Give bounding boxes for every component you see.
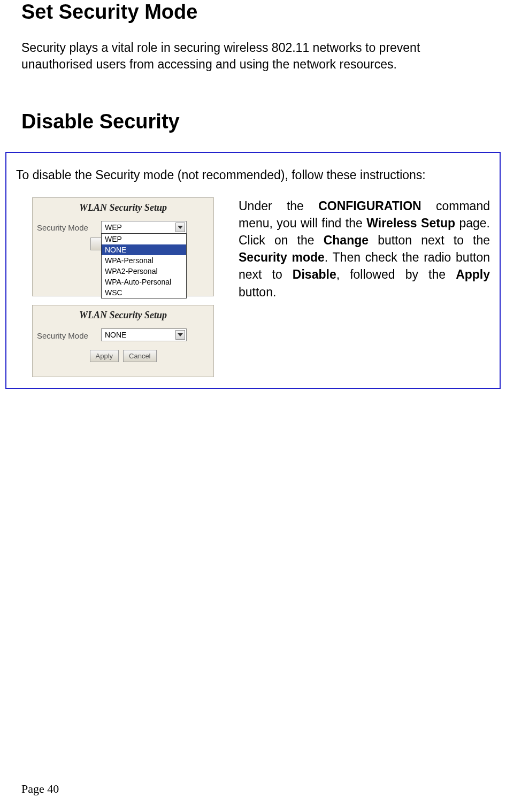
instruction-lead: To disable the Security mode (not recomm… <box>16 168 490 182</box>
text: , followed by the <box>336 267 456 281</box>
screenshot-security-dropdown-open: WLAN Security Setup Security Mode WEP Ap… <box>32 197 214 296</box>
security-mode-combobox[interactable]: WEP <box>101 221 187 234</box>
chevron-down-icon[interactable] <box>175 223 185 232</box>
bold-security-mode: Security mode <box>239 250 325 264</box>
apply-button[interactable]: Apply <box>90 350 119 362</box>
security-mode-label: Security Mode <box>37 221 96 232</box>
page-footer: Page 40 <box>21 782 59 796</box>
bold-disable: Disable <box>293 267 336 281</box>
instruction-box: To disable the Security mode (not recomm… <box>5 152 501 389</box>
option-none[interactable]: NONE <box>102 244 186 255</box>
text: button. <box>239 285 276 299</box>
two-column-layout: WLAN Security Setup Security Mode WEP Ap… <box>16 197 490 377</box>
section-title-disable-security: Disable Security <box>21 110 485 133</box>
option-wpa-personal[interactable]: WPA-Personal <box>102 255 186 266</box>
screenshots-column: WLAN Security Setup Security Mode WEP Ap… <box>16 197 219 377</box>
bold-configuration: CONFIGURATION <box>318 199 421 213</box>
option-wpa2-personal[interactable]: WPA2-Personal <box>102 266 186 277</box>
chevron-down-icon[interactable] <box>175 330 185 340</box>
text: button next to the <box>369 233 490 247</box>
text: Under the <box>239 199 318 213</box>
security-mode-row: Security Mode NONE <box>33 328 213 347</box>
button-row: Apply Cancel <box>33 347 213 367</box>
screenshot-security-none-selected: WLAN Security Setup Security Mode NONE A… <box>32 305 214 377</box>
security-mode-combobox[interactable]: NONE <box>101 328 187 341</box>
bold-change: Change <box>324 233 369 247</box>
instruction-text: Under the CONFIGURATION command menu, yo… <box>239 197 490 301</box>
security-mode-dropdown-list[interactable]: WEP NONE WPA-Personal WPA2-Personal WPA-… <box>101 233 187 298</box>
panel-title: WLAN Security Setup <box>33 305 213 328</box>
bold-wireless-setup: Wireless Setup <box>366 216 455 230</box>
apply-button-fragment[interactable]: Ap <box>90 238 101 250</box>
cancel-button[interactable]: Cancel <box>123 350 156 362</box>
option-wsc[interactable]: WSC <box>102 287 186 298</box>
combobox-value: NONE <box>105 331 126 339</box>
option-wep[interactable]: WEP <box>102 234 186 244</box>
apply-button-clipped: Ap <box>90 238 101 250</box>
security-mode-label: Security Mode <box>37 329 96 340</box>
combobox-value: WEP <box>105 223 122 232</box>
panel-title: WLAN Security Setup <box>33 198 213 221</box>
page-title-set-security-mode: Set Security Mode <box>21 0 485 25</box>
option-wpa-auto-personal[interactable]: WPA-Auto-Personal <box>102 277 186 287</box>
intro-paragraph: Security plays a vital role in securing … <box>21 40 485 73</box>
bold-apply: Apply <box>456 267 490 281</box>
